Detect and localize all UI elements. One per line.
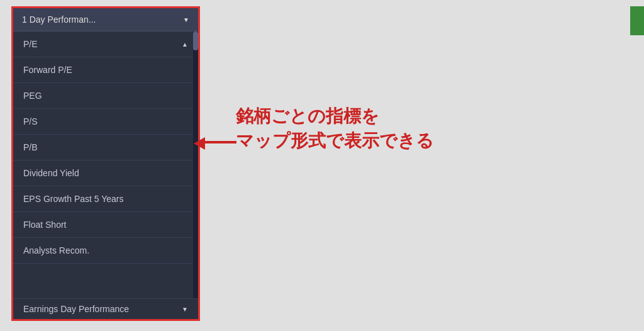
earnings-label: Earnings Day Performance: [23, 304, 182, 314]
scrollbar-thumb[interactable]: [193, 31, 198, 50]
annotation-line2: マップ形式で表示できる: [236, 128, 434, 153]
menu-item-label: P/S: [23, 116, 38, 126]
menu-item-pe[interactable]: P/E ▲: [13, 31, 198, 57]
menu-list: P/E ▲ Forward P/E PEG P/S P/B Dividend Y…: [13, 31, 198, 298]
annotation-text: 銘柄ごとの指標を マップ形式で表示できる: [236, 104, 434, 153]
menu-item-earnings-day[interactable]: Earnings Day Performance ▼: [13, 298, 198, 319]
scroll-up-icon: ▲: [182, 41, 188, 48]
menu-item-label: Forward P/E: [23, 65, 72, 75]
menu-item-pb[interactable]: P/B: [13, 135, 198, 160]
left-panel: 1 Day Performan... ▼ P/E ▲ Forward P/E P…: [11, 6, 200, 321]
menu-item-float-short[interactable]: Float Short: [13, 212, 198, 238]
menu-item-label: P/E: [23, 39, 38, 49]
menu-item-forward-pe[interactable]: Forward P/E: [13, 57, 198, 83]
annotation-arrow-head: [194, 137, 205, 150]
menu-item-label: Dividend Yield: [23, 168, 79, 178]
menu-item-peg[interactable]: PEG: [13, 83, 198, 109]
main-container: 1 Day Performan... ▼ P/E ▲ Forward P/E P…: [0, 0, 644, 331]
menu-item-dividend-yield[interactable]: Dividend Yield: [13, 160, 198, 186]
scroll-down-icon: ▼: [182, 306, 188, 313]
scrollbar-track: [193, 31, 198, 298]
dropdown-header-text: 1 Day Performan...: [22, 14, 96, 25]
menu-item-ps[interactable]: P/S: [13, 109, 198, 135]
menu-item-eps-growth[interactable]: EPS Growth Past 5 Years: [13, 186, 198, 212]
menu-item-analysts-recom[interactable]: Analysts Recom.: [13, 238, 198, 264]
green-bar: [630, 6, 644, 35]
dropdown-arrow-icon: ▼: [183, 16, 189, 23]
dropdown-header[interactable]: 1 Day Performan... ▼: [13, 8, 198, 31]
menu-item-label: PEG: [23, 91, 42, 101]
menu-item-label: Analysts Recom.: [23, 245, 89, 255]
annotation-line1: 銘柄ごとの指標を: [236, 104, 434, 128]
menu-item-label: EPS Growth Past 5 Years: [23, 194, 124, 204]
menu-item-label: Float Short: [23, 220, 66, 230]
menu-item-label: P/B: [23, 142, 38, 152]
